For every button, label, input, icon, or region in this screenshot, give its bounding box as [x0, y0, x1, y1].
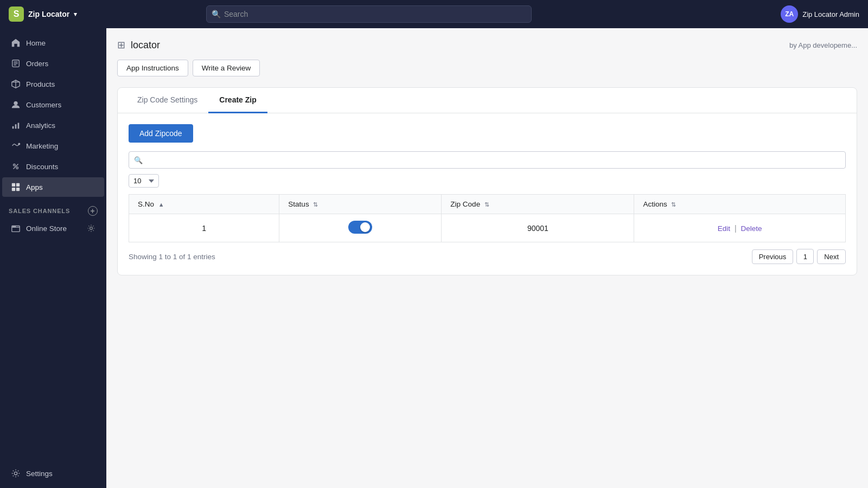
pagination-next-button[interactable]: Next [817, 249, 846, 264]
orders-icon [11, 59, 21, 68]
user-name: Zip Locator Admin [802, 10, 859, 18]
row-zipcode: 90001 [442, 214, 634, 242]
pagination-current-page: 1 [796, 249, 814, 264]
customers-icon [11, 100, 21, 110]
products-icon [11, 79, 21, 89]
svg-rect-17 [16, 188, 20, 191]
tab-zip-code-settings[interactable]: Zip Code Settings [126, 88, 208, 113]
svg-point-19 [13, 226, 14, 227]
discounts-icon [11, 162, 21, 171]
svg-line-13 [14, 164, 18, 169]
sort-actions-icon[interactable]: ⇅ [671, 201, 676, 208]
online-store-icon [11, 223, 21, 233]
sort-sno-icon[interactable]: ▲ [158, 201, 164, 208]
sidebar-label-home: Home [26, 39, 46, 47]
brand-name: Zip Locator [28, 10, 69, 18]
main-layout: Home Orders Products Customers Analytics… [0, 28, 868, 488]
svg-point-12 [16, 167, 18, 169]
sidebar-item-discounts[interactable]: Discounts [2, 157, 104, 176]
svg-rect-8 [15, 124, 17, 129]
search-icon: 🔍 [212, 10, 221, 18]
brand-logo[interactable]: S Zip Locator ▾ [9, 7, 77, 22]
sidebar-label-customers: Customers [26, 101, 61, 109]
svg-rect-14 [12, 183, 15, 187]
svg-point-11 [14, 164, 16, 166]
card-body: Add Zipcode 🔍 10 25 50 100 [118, 113, 857, 275]
settings-label: Settings [26, 470, 53, 478]
brand-caret-icon: ▾ [74, 11, 77, 18]
action-separator: | [735, 224, 737, 233]
settings-icon [11, 468, 21, 478]
sidebar: Home Orders Products Customers Analytics… [0, 28, 106, 488]
marketing-icon [11, 141, 21, 151]
sidebar-label-analytics: Analytics [26, 121, 55, 130]
pagination-previous-button[interactable]: Previous [752, 249, 794, 264]
row-sno: 1 [129, 214, 279, 242]
status-toggle[interactable] [348, 221, 372, 234]
sidebar-item-settings[interactable]: Settings [2, 464, 104, 483]
table-row: 1 90001 [129, 214, 846, 242]
app-header: ⊞ locator by App developeme... [117, 39, 857, 51]
sidebar-label-marketing: Marketing [26, 142, 58, 150]
table-footer: Showing 1 to 1 of 1 entries Previous 1 N… [129, 249, 846, 264]
table-search-input[interactable] [129, 151, 846, 169]
sidebar-item-analytics[interactable]: Analytics [2, 115, 104, 135]
zip-codes-table: S.No ▲ Status ⇅ Zip Code ⇅ [129, 194, 846, 242]
analytics-icon [11, 120, 21, 130]
svg-point-21 [90, 227, 93, 230]
sidebar-label-orders: Orders [26, 60, 48, 68]
home-icon [11, 38, 21, 48]
delete-link[interactable]: Delete [741, 224, 762, 233]
write-review-button[interactable]: Write a Review [193, 60, 260, 76]
row-status [279, 214, 442, 242]
add-zipcode-button[interactable]: Add Zipcode [129, 124, 193, 143]
app-title: locator [131, 40, 160, 51]
svg-rect-15 [16, 183, 20, 187]
row-actions: Edit | Delete [634, 214, 846, 242]
sales-channels-header: SALES CHANNELS + [0, 197, 106, 218]
svg-point-6 [14, 101, 17, 105]
sidebar-item-marketing[interactable]: Marketing [2, 136, 104, 156]
svg-rect-16 [12, 188, 15, 191]
svg-rect-9 [18, 123, 20, 129]
sidebar-label-discounts: Discounts [26, 163, 58, 171]
sidebar-item-apps[interactable]: Apps [2, 177, 104, 197]
svg-rect-7 [12, 126, 14, 129]
tabs-bar: Zip Code Settings Create Zip [118, 88, 857, 113]
main-card: Zip Code Settings Create Zip Add Zipcode… [117, 87, 857, 275]
per-page-select[interactable]: 10 25 50 100 [129, 174, 159, 188]
online-store-label: Online Store [26, 224, 67, 233]
sales-channels-label: SALES CHANNELS [9, 208, 70, 214]
avatar: ZA [781, 5, 798, 23]
action-buttons: App Instructions Write a Review [117, 60, 857, 76]
sort-zipcode-icon[interactable]: ⇅ [484, 201, 489, 208]
shopify-logo-icon: S [9, 7, 24, 22]
sidebar-item-home[interactable]: Home [2, 33, 104, 53]
col-header-actions: Actions ⇅ [634, 195, 846, 214]
showing-entries-text: Showing 1 to 1 of 1 entries [129, 253, 215, 261]
col-header-status: Status ⇅ [279, 195, 442, 214]
main-content: ⊞ locator by App developeme... App Instr… [106, 28, 868, 488]
apps-icon [11, 182, 21, 192]
table-search-icon: 🔍 [134, 156, 143, 164]
sidebar-item-online-store[interactable]: Online Store [2, 219, 104, 238]
svg-point-20 [15, 226, 16, 227]
app-instructions-button[interactable]: App Instructions [117, 60, 188, 76]
app-developer: by App developeme... [789, 41, 857, 49]
sidebar-item-orders[interactable]: Orders [2, 54, 104, 73]
sort-status-icon[interactable]: ⇅ [313, 201, 318, 208]
sidebar-label-products: Products [26, 80, 55, 88]
app-grid-icon: ⊞ [117, 39, 125, 51]
sidebar-item-customers[interactable]: Customers [2, 95, 104, 114]
online-store-settings-icon [87, 224, 95, 233]
user-menu[interactable]: ZA Zip Locator Admin [781, 5, 859, 23]
edit-link[interactable]: Edit [718, 224, 730, 233]
per-page-select-wrapper: 10 25 50 100 [129, 174, 846, 188]
col-header-zipcode: Zip Code ⇅ [442, 195, 634, 214]
sidebar-item-products[interactable]: Products [2, 74, 104, 94]
search-bar: 🔍 [206, 5, 532, 23]
search-input[interactable] [206, 5, 532, 23]
tab-create-zip[interactable]: Create Zip [208, 88, 267, 113]
add-sales-channel-button[interactable]: + [88, 206, 98, 216]
sidebar-label-apps: Apps [26, 183, 43, 191]
